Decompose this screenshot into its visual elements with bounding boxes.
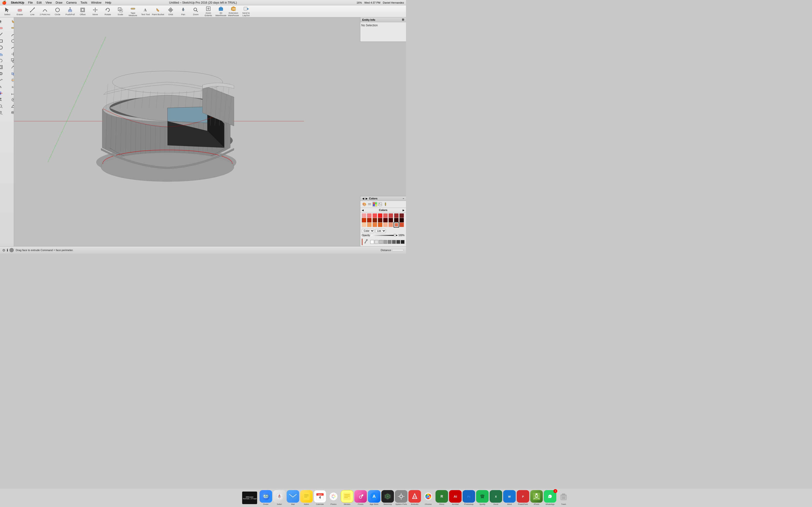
sidebar-intersect[interactable] bbox=[0, 70, 7, 77]
circle-tool[interactable]: Circle bbox=[51, 6, 64, 17]
eyedropper-icon[interactable] bbox=[364, 239, 369, 245]
sidebar-tape[interactable] bbox=[7, 25, 14, 31]
canvas[interactable] bbox=[14, 17, 406, 246]
menu-sketchup[interactable]: SketchUp bbox=[9, 1, 26, 4]
menu-camera[interactable]: Camera bbox=[64, 1, 79, 4]
swatch-4[interactable] bbox=[383, 213, 388, 218]
sidebar-line[interactable] bbox=[0, 32, 7, 38]
sidebar-offset[interactable] bbox=[0, 64, 7, 70]
sidebar-scale[interactable] bbox=[7, 57, 14, 64]
swatch-6[interactable] bbox=[394, 213, 399, 218]
sidebar-circle[interactable] bbox=[0, 44, 7, 51]
swatch-20[interactable] bbox=[383, 223, 388, 227]
sidebar-sandbox[interactable] bbox=[0, 77, 7, 83]
sidebar-push-pull[interactable] bbox=[0, 51, 7, 57]
paint-bucket-tool[interactable]: Paint Bucket bbox=[152, 6, 164, 17]
sidebar-arc[interactable] bbox=[7, 32, 14, 38]
menu-view[interactable]: View bbox=[44, 1, 54, 4]
sidebar-freehand[interactable] bbox=[7, 44, 14, 51]
menu-edit[interactable]: Edit bbox=[35, 1, 44, 4]
menu-window[interactable]: Window bbox=[89, 1, 103, 4]
sidebar-scene[interactable] bbox=[0, 110, 7, 116]
distance-input[interactable] bbox=[392, 249, 404, 251]
swatch-22[interactable] bbox=[394, 223, 399, 227]
colors-nav-back[interactable]: ◀ bbox=[362, 197, 364, 200]
orbit-tool[interactable]: Orbit bbox=[164, 6, 177, 17]
sidebar-rotate[interactable] bbox=[0, 57, 7, 64]
pan-tool[interactable]: Pan bbox=[177, 6, 190, 17]
sidebar-3d-text[interactable]: 3A bbox=[7, 83, 14, 90]
sidebar-text[interactable]: A bbox=[0, 83, 7, 90]
color-tab-sliders[interactable] bbox=[367, 202, 372, 207]
apple-menu[interactable]: 🍎 bbox=[2, 0, 6, 5]
scale-tool[interactable]: Scale bbox=[114, 6, 126, 17]
move-tool[interactable]: Move bbox=[89, 6, 101, 17]
swatch-17[interactable] bbox=[367, 223, 371, 227]
sidebar-paint[interactable] bbox=[7, 18, 14, 24]
swatch-18[interactable] bbox=[373, 223, 377, 227]
swatch-9[interactable] bbox=[367, 218, 371, 222]
menu-tools[interactable]: Tools bbox=[79, 1, 89, 4]
swatch-8[interactable] bbox=[362, 218, 366, 222]
colors-nav-fwd[interactable]: ▶ bbox=[366, 197, 367, 200]
swatch-12[interactable] bbox=[383, 218, 388, 222]
sidebar-rect[interactable] bbox=[0, 38, 7, 44]
sidebar-field-of-view[interactable] bbox=[7, 103, 14, 109]
sidebar-solid-tools[interactable] bbox=[7, 70, 14, 77]
swatch-23[interactable] bbox=[400, 223, 404, 227]
send-to-layout-tool[interactable]: Send to LayOut bbox=[240, 6, 252, 17]
swatch-3[interactable] bbox=[378, 213, 382, 218]
swatch-7[interactable] bbox=[400, 213, 404, 218]
swatch-2[interactable] bbox=[373, 213, 377, 218]
color-dropdown[interactable]: Color bbox=[362, 229, 374, 233]
rotate-tool[interactable]: Rotate bbox=[101, 6, 114, 17]
color-nav-right[interactable]: ▶ bbox=[403, 209, 405, 212]
extension-warehouse-tool[interactable]: EW Extension Warehouse bbox=[227, 6, 240, 17]
opacity-handle[interactable] bbox=[394, 234, 396, 236]
sidebar-layer[interactable] bbox=[7, 110, 14, 116]
sidebar-dimensions[interactable] bbox=[7, 90, 14, 96]
swatch-13[interactable] bbox=[389, 218, 393, 222]
sidebar-axes[interactable] bbox=[0, 90, 7, 96]
swatch-14[interactable] bbox=[394, 218, 399, 222]
push-pull-tool[interactable]: Push/Pull bbox=[64, 6, 77, 17]
color-tab-wheel[interactable]: 🎨 bbox=[362, 202, 367, 207]
selected-color-swatch[interactable] bbox=[362, 238, 362, 245]
menu-draw[interactable]: Draw bbox=[54, 1, 64, 4]
sidebar-follow-me[interactable] bbox=[7, 64, 14, 70]
mini-swatch-4[interactable] bbox=[388, 240, 392, 244]
entity-info-collapse[interactable]: ⊟ bbox=[402, 18, 404, 21]
status-icon-3[interactable] bbox=[9, 248, 14, 252]
color-tab-image[interactable] bbox=[378, 202, 383, 207]
opacity-slider[interactable] bbox=[371, 235, 398, 236]
sidebar-eraser[interactable] bbox=[0, 25, 7, 31]
mini-swatch-0[interactable] bbox=[370, 240, 374, 244]
list-dropdown[interactable]: List bbox=[375, 229, 386, 233]
swatch-10[interactable] bbox=[373, 218, 377, 222]
zoom-tool[interactable]: Zoom bbox=[190, 6, 202, 17]
select-tool[interactable]: Select bbox=[1, 6, 13, 17]
mini-swatch-5[interactable] bbox=[392, 240, 396, 244]
tape-measure-tool[interactable]: Tape Measure bbox=[126, 6, 139, 17]
sidebar-walk[interactable] bbox=[0, 97, 7, 103]
menu-help[interactable]: Help bbox=[103, 1, 113, 4]
3d-warehouse-tool[interactable]: 3D Warehouse bbox=[215, 6, 227, 17]
swatch-5[interactable] bbox=[389, 213, 393, 218]
sidebar-select[interactable] bbox=[0, 18, 7, 24]
sidebar-look-around[interactable] bbox=[7, 97, 14, 103]
offset-tool[interactable]: Offset bbox=[77, 6, 89, 17]
sidebar-zoom[interactable] bbox=[0, 103, 7, 109]
2point-arc-tool[interactable]: 2 Point Arc bbox=[39, 6, 51, 17]
swatch-0[interactable] bbox=[362, 213, 366, 218]
line-tool[interactable]: Line bbox=[26, 6, 39, 17]
swatch-16[interactable] bbox=[362, 223, 366, 227]
status-icon-1[interactable]: ⊙ bbox=[2, 248, 5, 252]
color-tab-palette[interactable] bbox=[372, 202, 377, 207]
eraser-tool[interactable]: Eraser bbox=[13, 6, 26, 17]
swatch-15[interactable] bbox=[400, 218, 404, 222]
color-tab-pencil[interactable] bbox=[383, 202, 388, 207]
mini-swatch-3[interactable] bbox=[383, 240, 387, 244]
swatch-11[interactable] bbox=[378, 218, 382, 222]
mini-swatch-7[interactable] bbox=[401, 240, 405, 244]
menu-file[interactable]: File bbox=[26, 1, 35, 4]
